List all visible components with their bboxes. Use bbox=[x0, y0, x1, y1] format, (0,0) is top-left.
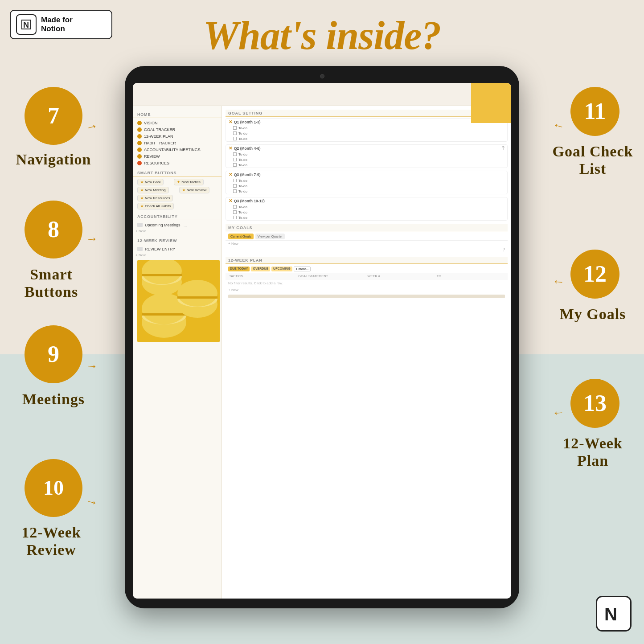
arrow-11: → bbox=[550, 118, 566, 135]
goal-setting-section: GOAL SETTING ✕ Q1 (Month 1-3) To-do bbox=[226, 110, 508, 221]
col-tactics: TACTICS bbox=[228, 274, 297, 278]
label-my-goals: My Goals bbox=[546, 305, 640, 323]
my-goals-tabs: Current Goals View per Quarter bbox=[226, 233, 508, 241]
goal-setting-title: GOAL SETTING bbox=[226, 110, 508, 117]
habit-tracker-icon bbox=[137, 141, 142, 145]
nav-12week-plan: 12-WEEK PLAN bbox=[133, 133, 222, 139]
nav-review: REVIEW bbox=[133, 153, 222, 160]
background: N Made for Notion What's inside? 7 Navig… bbox=[0, 0, 644, 644]
tablet-camera bbox=[320, 74, 324, 78]
circle-badge-11: 11 bbox=[570, 87, 619, 136]
review-entry-icon bbox=[137, 247, 143, 251]
circle-badge-12: 12 bbox=[570, 250, 619, 299]
q1-todo-1: To-do bbox=[226, 125, 507, 131]
badge-number-7: 7 bbox=[48, 104, 59, 127]
circle-badge-10: 10 bbox=[25, 459, 82, 517]
screen-content: HOME VISION GOAL TRACKER 12-WEEK PLAN bbox=[133, 106, 511, 599]
col-goal-statement: GOAL STATEMENT bbox=[297, 274, 366, 278]
q2-header: ✕ Q2 (Month 4-6) ? bbox=[226, 145, 507, 152]
accountability-icon bbox=[137, 148, 142, 152]
nav-goal-tracker: GOAL TRACKER bbox=[133, 126, 222, 133]
no-results-text: No filter results. Click to add a row. bbox=[226, 279, 508, 287]
badge-number-8: 8 bbox=[48, 218, 59, 241]
nav-accountability: ACCOUNTABILITY MEETINGS bbox=[133, 146, 222, 153]
badge-number-12: 12 bbox=[583, 263, 607, 286]
macaron-image bbox=[137, 260, 220, 342]
smart-btn-meeting[interactable]: ★ New Meeting bbox=[137, 187, 169, 193]
q4-todo-1: To-do bbox=[226, 204, 507, 209]
meetings-icon bbox=[137, 223, 143, 227]
q1-todo-3: To-do bbox=[226, 136, 507, 141]
col-week: WEEK # bbox=[367, 274, 436, 278]
q4-todo-3: To-do bbox=[226, 215, 507, 220]
q2-todo-2: To-do bbox=[226, 157, 507, 162]
q3-header: ✕ Q3 (Month 7-9) bbox=[226, 171, 507, 178]
label-12week-plan: 12-Week Plan bbox=[546, 435, 640, 469]
smart-btn-goal[interactable]: ★ New Goal bbox=[137, 179, 164, 185]
circle-badge-9: 9 bbox=[25, 325, 82, 383]
smart-buttons-title: SMART BUTTONS bbox=[133, 169, 222, 176]
add-new-goal[interactable]: + New bbox=[226, 241, 508, 246]
goal-block-q1: ✕ Q1 (Month 1-3) To-do To-do bbox=[226, 118, 508, 142]
goal-block-q4: ✕ Q3 (Month 10-12) To-do To-do bbox=[226, 197, 508, 221]
screen-header bbox=[133, 83, 511, 106]
filter-due-today[interactable]: DUE TODAY bbox=[228, 267, 250, 271]
circle-badge-7: 7 bbox=[25, 87, 82, 145]
tab-view-per-quarter[interactable]: View per Quarter bbox=[255, 234, 285, 239]
scroll-indicator bbox=[228, 295, 505, 298]
circle-badge-8: 8 bbox=[25, 201, 82, 258]
review-section-title: 12-WEEK REVIEW bbox=[133, 237, 222, 244]
smart-btn-habits[interactable]: ★ Check All Habits bbox=[137, 203, 174, 209]
col-to: TO bbox=[436, 274, 505, 278]
week-plan-title: 12-WEEK PLAN bbox=[226, 257, 508, 264]
circle-badge-13: 13 bbox=[570, 379, 619, 428]
review-entry: REVIEW ENTRY bbox=[133, 246, 222, 252]
add-new-plan[interactable]: + New bbox=[226, 287, 508, 293]
label-navigation: Navigation bbox=[9, 151, 98, 168]
goal-tracker-icon bbox=[137, 127, 142, 132]
my-goals-title: MY GOALS bbox=[226, 224, 508, 231]
nav-vision: VISION bbox=[133, 119, 222, 126]
add-new-review[interactable]: + New bbox=[133, 252, 222, 258]
arrow-9: → bbox=[85, 358, 99, 373]
q4-todo-2: To-do bbox=[226, 209, 507, 215]
goal-block-q2: ✕ Q2 (Month 4-6) ? To-do To-do bbox=[226, 144, 508, 168]
filter-overdue[interactable]: OVERDUE bbox=[251, 267, 270, 271]
week-plan-table-header: TACTICS GOAL STATEMENT WEEK # TO bbox=[226, 273, 508, 279]
svg-rect-14 bbox=[142, 274, 182, 276]
label-meetings: Meetings bbox=[9, 390, 98, 408]
q4-header: ✕ Q3 (Month 10-12) bbox=[226, 197, 507, 204]
filter-more[interactable]: 1 more... bbox=[294, 267, 311, 271]
label-goal-check: Goal Check List bbox=[546, 143, 640, 177]
badge-number-9: 9 bbox=[48, 343, 59, 366]
q3-todo-2: To-do bbox=[226, 183, 507, 189]
review-icon bbox=[137, 154, 142, 159]
svg-rect-10 bbox=[177, 296, 217, 299]
smart-btn-review[interactable]: ★ New Review bbox=[179, 187, 209, 193]
vision-icon bbox=[137, 121, 142, 125]
tab-current-goals[interactable]: Current Goals bbox=[228, 234, 254, 239]
week-plan-filters: DUE TODAY OVERDUE UPCOMING 1 more... bbox=[226, 265, 508, 273]
right-panel: GOAL SETTING ✕ Q1 (Month 1-3) To-do bbox=[222, 106, 511, 599]
badge-number-11: 11 bbox=[584, 100, 606, 123]
smart-btn-tactics[interactable]: ★ New Tactics bbox=[174, 179, 204, 185]
arrow-12: → bbox=[552, 275, 566, 290]
goal-block-q3: ✕ Q3 (Month 7-9) To-do To-do bbox=[226, 171, 508, 194]
filter-upcoming[interactable]: UPCOMING bbox=[271, 267, 292, 271]
week-plan-section: 12-WEEK PLAN DUE TODAY OVERDUE UPCOMING … bbox=[226, 257, 508, 298]
resources-icon bbox=[137, 161, 142, 165]
12week-plan-icon bbox=[137, 134, 142, 139]
yellow-block bbox=[471, 83, 511, 123]
smart-btn-resources[interactable]: ★ New Resources bbox=[137, 195, 173, 201]
add-new-meeting[interactable]: + New bbox=[133, 228, 222, 234]
accountability-meetings: Upcoming Meetings … bbox=[133, 222, 222, 228]
main-title: What's inside? bbox=[0, 12, 644, 58]
arrow-13: → bbox=[552, 406, 566, 421]
tablet: HOME VISION GOAL TRACKER 12-WEEK PLAN bbox=[125, 66, 519, 608]
q1-header: ✕ Q1 (Month 1-3) bbox=[226, 119, 507, 125]
arrow-8: → bbox=[85, 231, 99, 246]
badge-number-13: 13 bbox=[583, 392, 607, 415]
q2-todo-1: To-do bbox=[226, 152, 507, 157]
my-goals-section: MY GOALS Current Goals View per Quarter … bbox=[226, 224, 508, 253]
arrow-7: → bbox=[84, 118, 99, 135]
